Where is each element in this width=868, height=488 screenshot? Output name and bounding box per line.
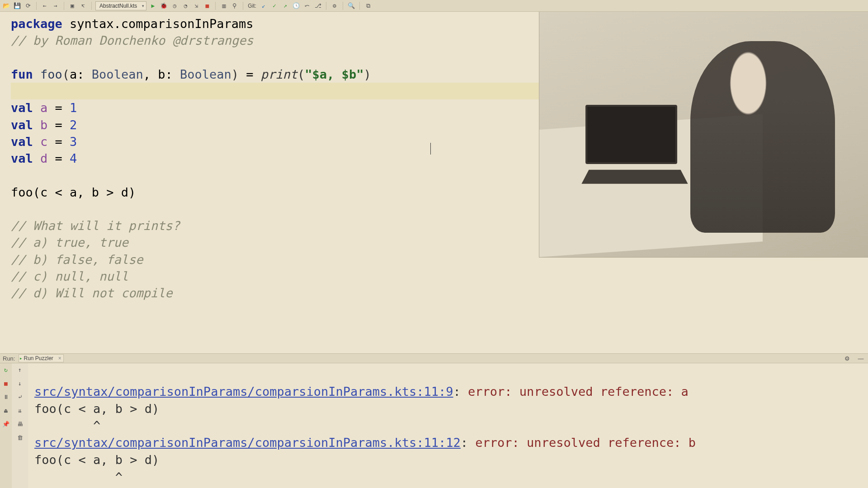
scroll-icon[interactable]: ⇊ [15, 406, 24, 415]
webcam-overlay [539, 12, 868, 258]
run-panel-label: Run: [3, 355, 15, 362]
error-link[interactable]: src/syntax/comparisonInParams/comparsion… [34, 436, 461, 450]
run-output[interactable]: src/syntax/comparisonInParams/comparsion… [28, 363, 868, 488]
error-caret: ^ [34, 470, 123, 484]
git-branch-icon[interactable]: ⎇ [313, 1, 322, 10]
git-commit-icon[interactable]: ✓ [270, 1, 279, 10]
run-toolbar-left2: ↑ ↓ ⤶ ⇊ 🖶 🗑 [12, 363, 28, 488]
save-icon[interactable]: 💾 [13, 1, 22, 10]
pip-person [690, 41, 835, 233]
forward-icon[interactable]: → [51, 1, 60, 10]
separator [343, 2, 343, 10]
trash-icon[interactable]: 🗑 [15, 433, 24, 442]
git-push-icon[interactable]: ↗ [281, 1, 290, 10]
profile-icon[interactable]: ◔ [181, 1, 190, 10]
down-icon[interactable]: ↓ [15, 379, 24, 388]
debug-icon[interactable]: 🐞 [159, 1, 168, 10]
open-icon[interactable]: 📂 [2, 1, 11, 10]
git-revert-icon[interactable]: ⤺ [302, 1, 311, 10]
refresh-icon[interactable]: ⟳ [24, 1, 33, 10]
error-message: error: unresolved reference: b [475, 436, 696, 450]
run-tab-label: Run Puzzler [24, 355, 53, 361]
attach-icon[interactable]: ⇲ [192, 1, 201, 10]
main-toolbar: 📂 💾 ⟳ ← → ▣ ↸ AbstractNull.kts ▶ 🐞 ◷ ◔ ⇲… [0, 0, 868, 12]
back-icon[interactable]: ← [40, 1, 49, 10]
pin-icon[interactable]: 📌 [1, 419, 10, 428]
settings-icon[interactable]: ⚙ [330, 1, 339, 10]
run-config-dropdown[interactable]: AbstractNull.kts [95, 1, 146, 10]
run-config-label: AbstractNull.kts [99, 3, 137, 9]
separator [64, 2, 64, 10]
run-panel-header: Run: Run Puzzler ⚙ — [0, 353, 868, 363]
separator [326, 2, 326, 10]
wrap-icon[interactable]: ⤶ [15, 392, 24, 401]
code-line: // c) null, null [11, 268, 861, 285]
up-icon[interactable]: ↑ [15, 365, 24, 374]
run-panel: ↻ ■ ⏸ ⏏ 📌 ↑ ↓ ⤶ ⇊ 🖶 🗑 src/syntax/compari… [0, 363, 868, 488]
error-message: error: unresolved reference: a [468, 385, 689, 399]
search-icon[interactable]: 🔍 [347, 1, 356, 10]
hammer-icon[interactable]: ↸ [79, 1, 88, 10]
layers-icon[interactable]: ⧉ [363, 1, 373, 10]
pip-keyboard [581, 169, 688, 183]
code-line: // d) Will not compile [11, 285, 861, 301]
git-history-icon[interactable]: 🕓 [292, 1, 301, 10]
exit-icon[interactable]: ⏏ [1, 406, 10, 415]
minimize-icon[interactable]: — [856, 354, 865, 363]
stop-icon[interactable]: ■ [1, 379, 10, 388]
error-source: foo(c < a, b > d) [34, 453, 159, 467]
run-icon[interactable]: ▶ [148, 1, 157, 10]
rerun-icon[interactable]: ↻ [1, 365, 10, 374]
stop-icon[interactable]: ■ [203, 1, 212, 10]
window-icon[interactable]: ▣ [68, 1, 77, 10]
pip-laptop [585, 105, 678, 164]
separator [215, 2, 216, 10]
separator [243, 2, 243, 10]
gear-icon[interactable]: ⚙ [843, 354, 852, 363]
separator [36, 2, 37, 10]
git-update-icon[interactable]: ↙ [259, 1, 268, 10]
run-tab[interactable]: Run Puzzler [19, 354, 63, 362]
run-toolbar-left: ↻ ■ ⏸ ⏏ 📌 [0, 363, 12, 488]
separator [91, 2, 92, 10]
git-label: Git: [247, 3, 257, 9]
separator [359, 2, 360, 10]
coverage-icon[interactable]: ◷ [170, 1, 179, 10]
text-cursor [430, 143, 431, 155]
error-caret: ^ [34, 418, 100, 432]
error-link[interactable]: src/syntax/comparisonInParams/comparsion… [34, 385, 453, 399]
chart-icon[interactable]: ▥ [219, 1, 228, 10]
error-source: foo(c < a, b > d) [34, 402, 159, 416]
pause-icon[interactable]: ⏸ [1, 392, 10, 401]
print-icon[interactable]: 🖶 [15, 419, 24, 428]
person-icon[interactable]: ⚲ [230, 1, 239, 10]
